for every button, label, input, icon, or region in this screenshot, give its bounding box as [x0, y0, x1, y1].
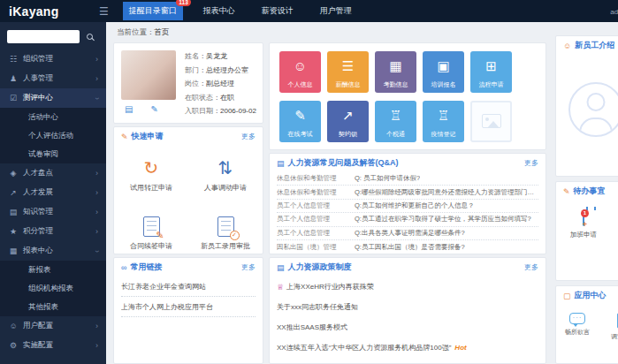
qa-row[interactable]: 因私出国（境）管理 Q:员工因私出国（境）是否需要报备? [277, 240, 538, 254]
breadcrumb-current[interactable]: 首页 [155, 27, 170, 36]
logged-in-user[interactable]: admin [610, 8, 618, 16]
new-employee-header: ☺ 新员工介绍 [556, 36, 618, 55]
sidebar-item-new-report[interactable]: 新报表 [0, 261, 106, 279]
external-link[interactable]: 长江养老企业年金查询网站 [121, 277, 256, 297]
hamburger-menu-icon[interactable]: ☰ [99, 5, 109, 18]
sidebar-item-activity-center[interactable]: 活动中心 [0, 108, 106, 126]
app-center-header: ▢ 应用中心 [556, 286, 618, 305]
sidebar-item-organization[interactable]: ☷ 组织管理 › [0, 49, 106, 69]
tile-personal-info[interactable]: ☺ 个人信息 [279, 51, 321, 93]
profile-actions: ▤ ✎ [125, 104, 158, 114]
sidebar-item-personnel[interactable]: ♟ 人事管理 › [0, 69, 106, 88]
tile-contract-lock[interactable]: ↗ 契约锁 [327, 101, 369, 142]
top-menu-user-management[interactable]: 用户管理 [314, 2, 358, 20]
sidebar-item-implementation-config[interactable]: ⚙ 实施配置 › [0, 336, 106, 355]
qa-category: 员工个人信息管理 [277, 229, 355, 238]
quick-apply-new-hire-approval[interactable]: ✓ 新员工录用审批 [201, 214, 250, 251]
top-menu-reminder[interactable]: 提醒目录窗口 113 [123, 2, 183, 20]
hot-tag: Hot [454, 344, 466, 352]
app-square-icon: ▢ [563, 292, 571, 300]
policy-item[interactable]: XX连续五年入选“大中华区人力资源服务机构品牌100强” Hot [277, 337, 538, 358]
training-badge-icon: ▣ [437, 51, 449, 80]
sidebar-item-report-center[interactable]: ▦ 报表中心 › [0, 241, 106, 261]
person-icon: ☺ [563, 42, 571, 50]
overtime-calendar-icon: + 1 [583, 210, 584, 226]
tile-label: 培训报名 [431, 80, 456, 89]
app-label: 畅所欲言 [565, 328, 590, 337]
top-menu-salary-design[interactable]: 薪资设计 [256, 2, 300, 20]
todo-item-overtime[interactable]: + 1 加班申请 [570, 210, 597, 239]
more-link[interactable]: 更多 [524, 262, 538, 272]
qa-question: Q: 员工如何申请休假? [355, 174, 420, 183]
sidebar-item-label: 报表中心 [23, 246, 53, 256]
tile-salary-info[interactable]: ☰ 薪酬信息 [327, 51, 369, 93]
sidebar-item-label: 其他报表 [28, 302, 58, 313]
card-title: 快速申请 [132, 131, 164, 142]
attendance-calendar-icon: ▦ [389, 51, 401, 80]
profile-field-hire-date: 入职日期：2006-09-02 [185, 104, 256, 118]
tile-attendance-info[interactable]: ▦ 考勤信息 [375, 51, 416, 93]
sidebar-item-other-report[interactable]: 其他报表 [0, 298, 106, 316]
chevron-right-icon: › [95, 228, 98, 236]
sidebar-item-points[interactable]: ★ 积分管理 › [0, 222, 106, 241]
chevron-right-icon: › [95, 170, 98, 178]
sidebar-item-personal-evaluation[interactable]: 个人评估活动 [0, 126, 106, 145]
policy-item[interactable]: 关于xxx同志职务任免通知 [277, 297, 538, 317]
quick-apply-transfer[interactable]: ⇅ 人事调动申请 [204, 155, 247, 193]
epidemic-bank-icon: ♖ [438, 101, 449, 130]
sidebar-item-talent-inventory[interactable]: ◈ 人才盘点 › [0, 163, 106, 183]
sidebar-item-label: 用户配置 [23, 321, 53, 331]
sidebar-item-label: 实施配置 [23, 340, 53, 351]
more-link[interactable]: 更多 [241, 262, 256, 272]
tile-epidemic-register[interactable]: ♖ 疫情登记 [423, 101, 464, 142]
policy-item[interactable]: XX推出SAAS服务模式 [277, 317, 538, 337]
link-icon: ∞ [121, 263, 126, 272]
top-menu-reminder-label: 提醒目录窗口 [129, 6, 177, 15]
tile-workflow-request[interactable]: ⊞ 流程申请 [470, 51, 512, 93]
quick-apply-contract-renewal[interactable]: ✎ 合同续签申请 [130, 214, 172, 251]
org-icon: ☷ [8, 55, 19, 64]
sidebar-item-talent-development[interactable]: ↗ 人才发展 › [0, 183, 106, 202]
tile-label: 个人信息 [288, 80, 313, 89]
app-list: ··· 畅所欲言 调查问卷 [565, 313, 618, 341]
tile-training-signup[interactable]: ▣ 培训报名 [423, 51, 464, 93]
qa-row[interactable]: 休息休假和考勤管理 Q:哪些假期除经两级审批同意外还需报经人力资源管理部门审核同… [277, 186, 538, 199]
app-window: iKayang ☰ 提醒目录窗口 113 报表中心 薪资设计 用户管理 admi… [0, 0, 618, 364]
talent-development-icon: ↗ [8, 188, 19, 197]
qa-row[interactable]: 员工个人信息管理 Q:员工通过在职学习取得了硕士学位，其学历应当如何填写? [277, 213, 538, 226]
sidebar-item-assessment[interactable]: ☑ 测评中心 › [0, 88, 106, 108]
salary-search-icon: ☰ [342, 51, 354, 80]
tile-online-exam[interactable]: ✎ 在线考试 [279, 101, 321, 142]
transfer-people-icon: ⇅ [218, 155, 233, 180]
sidebar-item-knowledge[interactable]: ▤ 知识管理 › [0, 202, 106, 222]
sidebar-search-input[interactable] [7, 30, 80, 43]
search-icon[interactable] [87, 34, 93, 40]
app-free-speech[interactable]: ··· 畅所欲言 [565, 313, 590, 341]
tile-label: 个税通 [386, 130, 405, 139]
top-menu-reports[interactable]: 报表中心 [197, 2, 241, 20]
tax-bank-icon: ♖ [390, 101, 401, 130]
profile-field-status: 在职状态：在职 [185, 91, 256, 105]
tile-tax-service[interactable]: ♖ 个税通 [375, 101, 416, 142]
policy-item[interactable]: ♕ 上海XXeHR行业内再获殊荣 [277, 277, 538, 297]
sidebar-item-exam-review[interactable]: 试卷审阅 [0, 145, 106, 163]
edit-icon[interactable]: ✎ [150, 104, 157, 114]
qa-row[interactable]: 员工个人信息管理 Q:出具各类人事证明需满足哪些条件? [277, 227, 538, 240]
tile-label: 契约锁 [339, 130, 357, 139]
sidebar-item-label: 试卷审阅 [28, 149, 58, 160]
policy-text: 上海XXeHR行业内再获殊荣 [286, 282, 374, 292]
quick-apply-grid: ↻ 试用转正申请 ⇅ 人事调动申请 ✎ 合同续签申请 ✓ 新员工录用审批 [114, 155, 263, 251]
quick-apply-probation[interactable]: ↻ 试用转正申请 [130, 155, 172, 193]
policy-card: ▤ 人力资源政策制度 更多 ♕ 上海XXeHR行业内再获殊荣 关于xxx同志职务… [269, 257, 546, 364]
qa-row[interactable]: 休息休假和考勤管理 Q: 员工如何申请休假? [277, 172, 538, 186]
sidebar-item-user-config[interactable]: ☺ 用户配置 › [0, 316, 106, 336]
common-links-card: ∞ 常用链接 更多 长江养老企业年金查询网站 上海市个人网上办税应用平台 [113, 257, 263, 364]
app-survey[interactable]: 调查问卷 [611, 313, 618, 341]
qa-category: 休息休假和考勤管理 [277, 174, 355, 183]
more-link[interactable]: 更多 [524, 158, 538, 168]
more-link[interactable]: 更多 [241, 132, 256, 141]
external-link[interactable]: 上海市个人网上办税应用平台 [121, 297, 256, 317]
sidebar-item-org-report[interactable]: 组织机构报表 [0, 279, 106, 298]
clipboard-icon[interactable]: ▤ [125, 104, 133, 114]
qa-row[interactable]: 员工个人信息管理 Q:员工如何维护和更新自己的个人信息？ [277, 200, 538, 213]
